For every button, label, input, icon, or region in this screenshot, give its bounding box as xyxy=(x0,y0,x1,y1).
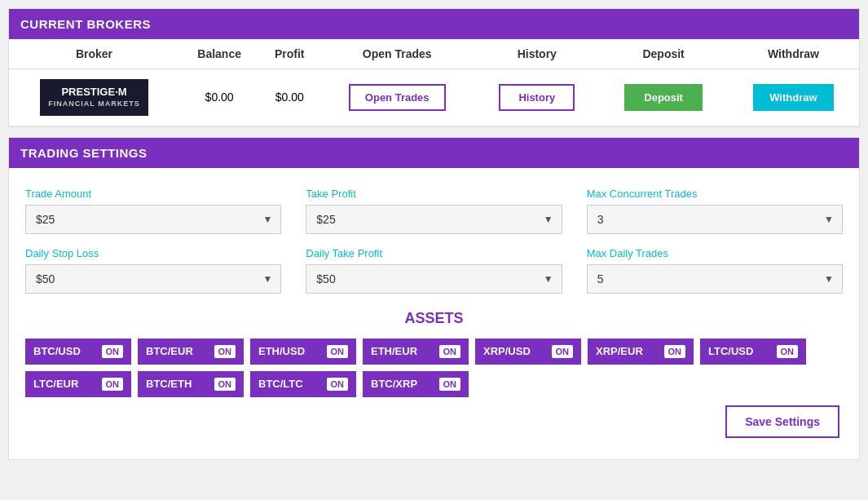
asset-on-badge: ON xyxy=(102,345,124,358)
withdraw-button[interactable]: Withdraw xyxy=(753,84,833,111)
current-brokers-title: CURRENT BROKERS xyxy=(20,17,151,31)
broker-logo: PRESTIGE·M FINANCIAL MARKETS xyxy=(40,79,148,116)
open-trades-cell: Open Trades xyxy=(319,69,474,126)
withdraw-cell: Withdraw xyxy=(728,69,859,126)
asset-button-LTC-EUR[interactable]: LTC/EURON xyxy=(25,371,131,397)
asset-on-badge: ON xyxy=(327,345,349,358)
select-wrapper-5: 1351020▼ xyxy=(587,264,843,294)
setting-select-4[interactable]: $50$100$200 xyxy=(306,265,561,293)
select-wrapper-3: $50$100$200▼ xyxy=(25,264,281,294)
select-wrapper-0: $25$50$100$200▼ xyxy=(25,205,281,234)
asset-label: BTC/ETH xyxy=(146,378,208,390)
asset-on-badge: ON xyxy=(552,345,574,358)
broker-profit: $0.00 xyxy=(259,69,319,126)
col-open-trades: Open Trades xyxy=(319,39,474,69)
asset-label: XRP/EUR xyxy=(596,345,658,357)
asset-button-BTC-ETH[interactable]: BTC/ETHON xyxy=(138,371,244,397)
asset-on-badge: ON xyxy=(214,345,236,358)
asset-on-badge: ON xyxy=(777,345,799,358)
deposit-cell: Deposit xyxy=(599,69,727,126)
broker-balance: $0.00 xyxy=(179,69,259,126)
col-withdraw: Withdraw xyxy=(728,39,859,69)
setting-select-1[interactable]: $25$50$100 xyxy=(306,206,561,233)
broker-sub: FINANCIAL MARKETS xyxy=(48,100,139,109)
asset-label: BTC/USD xyxy=(33,345,95,357)
open-trades-button[interactable]: Open Trades xyxy=(349,84,446,111)
select-wrapper-4: $50$100$200▼ xyxy=(306,264,562,294)
col-profit: Profit xyxy=(259,39,319,69)
assets-grid: BTC/USDONBTC/EURONETH/USDONETH/EURONXRP/… xyxy=(25,338,843,397)
asset-button-BTC-XRP[interactable]: BTC/XRPON xyxy=(363,371,469,397)
asset-on-badge: ON xyxy=(439,378,461,391)
assets-title: ASSETS xyxy=(25,310,843,327)
setting-select-0[interactable]: $25$50$100$200 xyxy=(26,206,280,233)
save-settings-button[interactable]: Save Settings xyxy=(725,405,839,438)
setting-select-5[interactable]: 1351020 xyxy=(588,265,842,293)
trading-settings-header: TRADING SETTINGS xyxy=(9,138,859,168)
setting-label-5: Max Daily Trades xyxy=(587,247,843,259)
setting-label-2: Max Concurrent Trades xyxy=(587,188,843,200)
setting-group-2: Max Concurrent Trades123510▼ xyxy=(587,188,843,234)
history-cell: History xyxy=(474,69,599,126)
asset-button-XRP-EUR[interactable]: XRP/EURON xyxy=(588,338,694,365)
select-wrapper-1: $25$50$100▼ xyxy=(306,205,562,234)
asset-button-LTC-USD[interactable]: LTC/USDON xyxy=(700,338,806,365)
asset-on-badge: ON xyxy=(439,345,461,358)
asset-label: BTC/LTC xyxy=(258,378,320,390)
asset-label: XRP/USD xyxy=(483,345,545,357)
broker-logo-cell: PRESTIGE·M FINANCIAL MARKETS xyxy=(9,69,179,126)
asset-button-XRP-USD[interactable]: XRP/USDON xyxy=(475,338,581,365)
current-brokers-header: CURRENT BROKERS xyxy=(9,9,859,39)
brokers-table: Broker Balance Profit Open Trades Histor… xyxy=(9,39,859,126)
asset-on-badge: ON xyxy=(214,378,236,391)
asset-label: LTC/USD xyxy=(708,345,770,357)
trading-settings-section: TRADING SETTINGS Trade Amount$25$50$100$… xyxy=(8,137,860,460)
asset-button-ETH-EUR[interactable]: ETH/EURON xyxy=(363,338,469,365)
setting-select-3[interactable]: $50$100$200 xyxy=(26,265,280,293)
setting-group-1: Take Profit$25$50$100▼ xyxy=(306,188,562,234)
select-wrapper-2: 123510▼ xyxy=(587,205,843,234)
current-brokers-section: CURRENT BROKERS Broker Balance Profit Op… xyxy=(8,8,860,127)
col-balance: Balance xyxy=(179,39,259,69)
setting-group-0: Trade Amount$25$50$100$200▼ xyxy=(25,188,281,234)
settings-grid: Trade Amount$25$50$100$200▼Take Profit$2… xyxy=(25,188,843,294)
asset-on-badge: ON xyxy=(102,378,124,391)
asset-label: BTC/EUR xyxy=(146,345,208,357)
setting-group-4: Daily Take Profit$50$100$200▼ xyxy=(306,247,562,294)
col-history: History xyxy=(474,39,599,69)
save-settings-row: Save Settings xyxy=(25,405,843,446)
setting-label-0: Trade Amount xyxy=(25,188,281,200)
setting-select-2[interactable]: 123510 xyxy=(588,206,842,233)
setting-label-4: Daily Take Profit xyxy=(306,247,562,259)
asset-label: BTC/XRP xyxy=(371,378,433,390)
setting-group-3: Daily Stop Loss$50$100$200▼ xyxy=(25,247,281,294)
col-deposit: Deposit xyxy=(599,39,727,69)
setting-label-3: Daily Stop Loss xyxy=(25,247,281,259)
deposit-button[interactable]: Deposit xyxy=(624,84,703,111)
table-row: PRESTIGE·M FINANCIAL MARKETS $0.00 $0.00… xyxy=(9,69,859,126)
asset-button-BTC-LTC[interactable]: BTC/LTCON xyxy=(250,371,356,397)
trading-settings-body: Trade Amount$25$50$100$200▼Take Profit$2… xyxy=(9,168,859,459)
asset-label: ETH/EUR xyxy=(371,345,433,357)
col-broker: Broker xyxy=(9,39,179,69)
trading-settings-title: TRADING SETTINGS xyxy=(20,146,148,160)
asset-on-badge: ON xyxy=(664,345,686,358)
setting-label-1: Take Profit xyxy=(306,188,562,200)
broker-name: PRESTIGE·M xyxy=(48,86,139,100)
asset-button-ETH-USD[interactable]: ETH/USDON xyxy=(250,338,356,365)
asset-label: LTC/EUR xyxy=(33,378,95,390)
asset-on-badge: ON xyxy=(327,378,349,391)
asset-button-BTC-USD[interactable]: BTC/USDON xyxy=(25,338,131,365)
setting-group-5: Max Daily Trades1351020▼ xyxy=(587,247,843,294)
asset-button-BTC-EUR[interactable]: BTC/EURON xyxy=(138,338,244,365)
asset-label: ETH/USD xyxy=(258,345,320,357)
history-button[interactable]: History xyxy=(499,84,575,111)
